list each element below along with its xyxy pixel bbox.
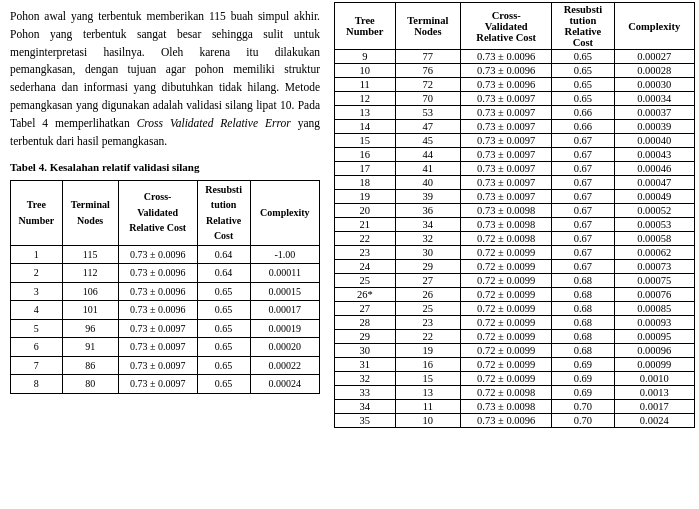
table-row: 19390.73 ± 0.00970.670.00049 <box>335 190 695 204</box>
table-row: 16440.73 ± 0.00970.670.00043 <box>335 148 695 162</box>
table-row: 26*260.72 ± 0.00990.680.00076 <box>335 288 695 302</box>
table-row: 10760.73 ± 0.00960.650.00028 <box>335 64 695 78</box>
right-col-terminal: TerminalNodes <box>395 3 461 50</box>
table-row: 8800.73 ± 0.00970.650.00024 <box>11 375 320 394</box>
table-row: 20360.73 ± 0.00980.670.00052 <box>335 204 695 218</box>
table-row: 5960.73 ± 0.00970.650.00019 <box>11 319 320 338</box>
table-row: 27250.72 ± 0.00990.680.00085 <box>335 302 695 316</box>
table-row: 28230.72 ± 0.00990.680.00093 <box>335 316 695 330</box>
table-row: 32150.72 ± 0.00990.690.0010 <box>335 372 695 386</box>
table-row: 29220.72 ± 0.00990.680.00095 <box>335 330 695 344</box>
table-row: 30190.72 ± 0.00990.680.00096 <box>335 344 695 358</box>
table-row: 12700.73 ± 0.00970.650.00034 <box>335 92 695 106</box>
table-row: 11150.73 ± 0.00960.64-1.00 <box>11 245 320 264</box>
table-row: 25270.72 ± 0.00990.680.00075 <box>335 274 695 288</box>
col-header-resub: ResubstitutionRelativeCost <box>197 180 250 245</box>
col-header-complexity: Complexity <box>250 180 319 245</box>
body-text: Pohon awal yang terbentuk memberikan 115… <box>10 8 320 151</box>
table-row: 35100.73 ± 0.00960.700.0024 <box>335 414 695 428</box>
col-header-terminal: TerminalNodes <box>62 180 118 245</box>
table-row: 15450.73 ± 0.00970.670.00040 <box>335 134 695 148</box>
table-row: 21120.73 ± 0.00960.640.00011 <box>11 264 320 283</box>
table-row: 33130.72 ± 0.00980.690.0013 <box>335 386 695 400</box>
table-row: 24290.72 ± 0.00990.670.00073 <box>335 260 695 274</box>
right-col-complexity: Complexity <box>614 3 695 50</box>
table-caption: Tabel 4. Kesalahan relatif validasi sila… <box>10 159 320 176</box>
table-row: 23300.72 ± 0.00990.670.00062 <box>335 246 695 260</box>
right-col-tree: TreeNumber <box>335 3 396 50</box>
table-row: 34110.73 ± 0.00980.700.0017 <box>335 400 695 414</box>
table-row: 17410.73 ± 0.00970.670.00046 <box>335 162 695 176</box>
table-row: 18400.73 ± 0.00970.670.00047 <box>335 176 695 190</box>
table-row: 31160.72 ± 0.00990.690.00099 <box>335 358 695 372</box>
right-col-cross: Cross-ValidatedRelative Cost <box>461 3 552 50</box>
table-row: 31060.73 ± 0.00960.650.00015 <box>11 282 320 301</box>
small-table: TreeNumber TerminalNodes Cross-Validated… <box>10 180 320 394</box>
main-table: TreeNumber TerminalNodes Cross-Validated… <box>334 2 695 428</box>
right-panel: TreeNumber TerminalNodes Cross-Validated… <box>330 0 699 509</box>
table-row: 6910.73 ± 0.00970.650.00020 <box>11 338 320 357</box>
table-row: 14470.73 ± 0.00970.660.00039 <box>335 120 695 134</box>
table-row: 9770.73 ± 0.00960.650.00027 <box>335 50 695 64</box>
col-header-cross: Cross-ValidatedRelative Cost <box>118 180 197 245</box>
table-row: 21340.73 ± 0.00980.670.00053 <box>335 218 695 232</box>
left-panel: Pohon awal yang terbentuk memberikan 115… <box>0 0 330 509</box>
table-row: 11720.73 ± 0.00960.650.00030 <box>335 78 695 92</box>
table-row: 13530.73 ± 0.00970.660.00037 <box>335 106 695 120</box>
table-row: 22320.72 ± 0.00980.670.00058 <box>335 232 695 246</box>
right-col-resub: ResubstitutionRelativeCost <box>552 3 614 50</box>
table-row: 41010.73 ± 0.00960.650.00017 <box>11 301 320 320</box>
table-row: 7860.73 ± 0.00970.650.00022 <box>11 356 320 375</box>
col-header-tree: TreeNumber <box>11 180 63 245</box>
